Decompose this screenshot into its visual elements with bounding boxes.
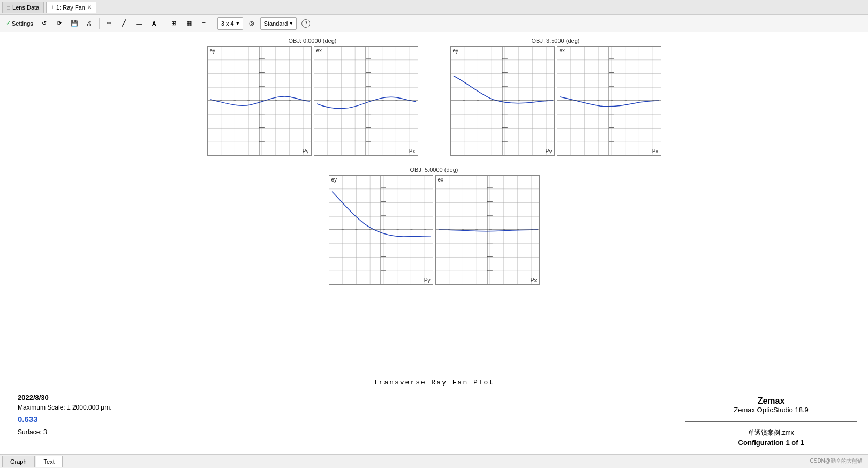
hline-button[interactable]: — bbox=[133, 17, 146, 30]
info-body: 2022/8/30 Maximum Scale: ± 2000.000 μm. … bbox=[11, 389, 857, 454]
plot-title-0deg: OBJ: 0.0000 (deg) bbox=[289, 37, 337, 44]
ex-label-0deg: ex bbox=[316, 48, 322, 54]
pencil-button[interactable]: ✏ bbox=[103, 17, 116, 30]
plot-chart-ex-5deg: ex Px bbox=[435, 175, 540, 285]
text-icon: A bbox=[152, 20, 156, 27]
info-scale: Maximum Scale: ± 2000.000 μm. bbox=[18, 404, 678, 411]
plot-row-1: OBJ: 0.0000 (deg) bbox=[11, 37, 857, 156]
save-button[interactable]: 💾 bbox=[68, 17, 81, 30]
plot-group-0deg: OBJ: 0.0000 (deg) bbox=[207, 37, 418, 156]
ray-fan-tab-close[interactable]: ✕ bbox=[87, 4, 92, 10]
circle-button[interactable]: ◎ bbox=[245, 17, 258, 30]
info-date: 2022/8/30 bbox=[18, 394, 678, 402]
layers-button[interactable]: ≡ bbox=[198, 17, 210, 30]
info-panel: Transverse Ray Fan Plot 2022/8/30 Maximu… bbox=[11, 376, 857, 454]
refresh-button[interactable]: ↺ bbox=[38, 17, 51, 30]
settings-button[interactable]: ✓ Settings bbox=[3, 17, 36, 30]
ex-label-5deg: ex bbox=[438, 177, 444, 183]
info-right: Zemax Zemax OpticStudio 18.9 单透镜案例.zmx C… bbox=[685, 389, 857, 454]
grid-square-button[interactable]: ⊞ bbox=[168, 17, 180, 30]
graph-tab-label: Graph bbox=[10, 458, 27, 465]
text-tab-label: Text bbox=[44, 458, 55, 465]
plot-row-2: OBJ: 5.0000 (deg) bbox=[11, 167, 857, 285]
settings-label: Settings bbox=[12, 20, 33, 27]
py-label-5deg: Py bbox=[424, 277, 431, 283]
grid-rect-button[interactable]: ▦ bbox=[183, 17, 195, 30]
pencil-icon: ✏ bbox=[107, 20, 111, 27]
hline-icon: — bbox=[136, 20, 142, 27]
title-bar: □ Lens Data + 1: Ray Fan ✕ bbox=[0, 0, 868, 15]
toolbar: ✓ Settings ↺ ⟳ 💾 🖨 ✏ ╱ — A ⊞ ▦ ≡ 3 x 4 ▾… bbox=[0, 15, 868, 32]
info-surface: Surface: 3 bbox=[18, 428, 678, 436]
plot-area: OBJ: 0.0000 (deg) bbox=[0, 32, 868, 376]
save-icon: 💾 bbox=[71, 20, 78, 27]
ex-label-35deg: ex bbox=[560, 48, 565, 54]
info-title: Transverse Ray Fan Plot bbox=[11, 376, 857, 389]
plot-title-5deg: OBJ: 5.0000 (deg) bbox=[410, 167, 458, 173]
sep3 bbox=[214, 18, 214, 29]
standard-dropdown[interactable]: Standard ▾ bbox=[260, 17, 297, 30]
info-brand-section: Zemax Zemax OpticStudio 18.9 bbox=[685, 389, 857, 422]
plot-pair-35deg: ey Py bbox=[450, 46, 661, 156]
plot-chart-ey-0deg: ey Py bbox=[207, 46, 312, 156]
main-content: OBJ: 0.0000 (deg) bbox=[0, 32, 868, 454]
refresh-icon: ↺ bbox=[42, 20, 47, 27]
ey-label-0deg: ey bbox=[210, 48, 216, 54]
py-label-0deg: Py bbox=[303, 148, 309, 154]
info-wavelength-line bbox=[18, 425, 50, 425]
refresh2-button[interactable]: ⟳ bbox=[53, 17, 66, 30]
grid-dropdown-arrow: ▾ bbox=[236, 20, 239, 27]
info-brand: Zemax bbox=[758, 396, 785, 406]
plot-chart-ex-0deg: ex Px bbox=[314, 46, 418, 156]
bottom-bar: Graph Text bbox=[0, 454, 868, 468]
line-button[interactable]: ╱ bbox=[118, 17, 131, 30]
px-label-35deg: Px bbox=[652, 148, 659, 154]
graph-tab[interactable]: Graph bbox=[2, 456, 35, 467]
print-button[interactable]: 🖨 bbox=[83, 17, 96, 30]
lens-data-tab-label: Lens Data bbox=[12, 4, 39, 11]
ray-fan-tab[interactable]: + 1: Ray Fan ✕ bbox=[46, 2, 96, 13]
watermark: CSDN@勤奋的大熊猫 bbox=[810, 457, 863, 465]
plot-chart-ey-35deg: ey Py bbox=[450, 46, 555, 156]
sep2 bbox=[164, 18, 164, 29]
px-label-5deg: Px bbox=[531, 277, 537, 283]
ey-label-35deg: ey bbox=[453, 48, 459, 54]
plot-chart-ex-35deg: ex Px bbox=[557, 46, 661, 156]
plot-chart-ey-5deg: ey Py bbox=[329, 175, 433, 285]
plot-group-35deg: OBJ: 3.5000 (deg) bbox=[450, 37, 661, 156]
ey-label-5deg: ey bbox=[331, 177, 337, 183]
help-icon: ? bbox=[301, 19, 310, 28]
plot-title-35deg: OBJ: 3.5000 (deg) bbox=[532, 37, 580, 44]
plot-pair-5deg: ey Py bbox=[329, 175, 540, 285]
plot-group-5deg: OBJ: 5.0000 (deg) bbox=[329, 167, 540, 285]
circle-icon: ◎ bbox=[249, 20, 254, 27]
info-product: Zemax OpticStudio 18.9 bbox=[734, 406, 808, 414]
text-button[interactable]: A bbox=[148, 17, 161, 30]
print-icon: 🖨 bbox=[86, 20, 92, 27]
lens-data-tab[interactable]: □ Lens Data bbox=[2, 2, 44, 13]
info-filename: 单透镜案例.zmx bbox=[748, 428, 794, 437]
info-left: 2022/8/30 Maximum Scale: ± 2000.000 μm. … bbox=[11, 389, 685, 454]
info-wavelength: 0.633 bbox=[18, 414, 678, 424]
standard-label: Standard bbox=[264, 20, 288, 27]
px-label-0deg: Px bbox=[409, 148, 416, 154]
grid-rect-icon: ▦ bbox=[186, 20, 192, 27]
layers-icon: ≡ bbox=[202, 20, 206, 27]
lens-data-tab-icon: □ bbox=[7, 5, 10, 11]
info-file-section: 单透镜案例.zmx Configuration 1 of 1 bbox=[685, 422, 857, 454]
checkmark-icon: ✓ bbox=[6, 20, 11, 27]
line-icon: ╱ bbox=[122, 20, 126, 27]
info-config: Configuration 1 of 1 bbox=[738, 439, 804, 447]
ray-fan-tab-icon: + bbox=[51, 4, 54, 10]
text-tab[interactable]: Text bbox=[36, 456, 63, 467]
grid-label: 3 x 4 bbox=[221, 20, 234, 27]
py-label-35deg: Py bbox=[546, 148, 552, 154]
help-button[interactable]: ? bbox=[299, 17, 313, 30]
ray-fan-tab-label: 1: Ray Fan bbox=[56, 4, 85, 11]
grid-square-icon: ⊞ bbox=[171, 20, 176, 27]
sep1 bbox=[99, 18, 100, 29]
grid-dropdown[interactable]: 3 x 4 ▾ bbox=[217, 17, 243, 30]
standard-dropdown-arrow: ▾ bbox=[290, 20, 293, 27]
plot-pair-0deg: ey Py bbox=[207, 46, 418, 156]
refresh2-icon: ⟳ bbox=[57, 20, 62, 27]
